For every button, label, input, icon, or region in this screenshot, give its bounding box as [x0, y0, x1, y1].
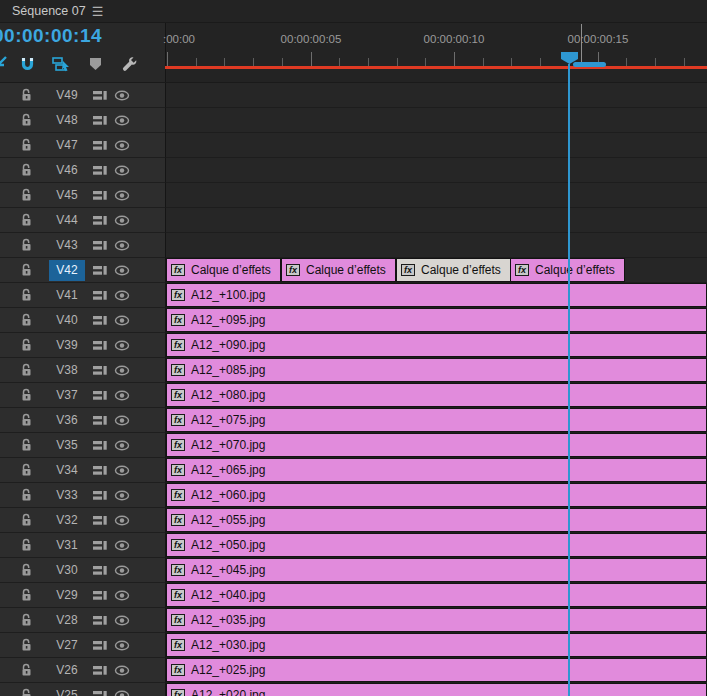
track-lane-v28[interactable]: fxA12_+035.jpg — [166, 608, 707, 633]
lock-open-icon[interactable] — [17, 213, 35, 227]
sync-lock-icon[interactable] — [91, 289, 109, 302]
track-output-eye-icon[interactable] — [113, 315, 131, 326]
fx-badge-icon[interactable]: fx — [171, 639, 185, 651]
add-marker-icon[interactable] — [78, 52, 112, 76]
track-output-eye-icon[interactable] — [113, 265, 131, 276]
clip[interactable]: fxA12_+020.jpg — [166, 683, 707, 696]
lock-open-icon[interactable] — [17, 163, 35, 177]
track-name-v45[interactable]: V45 — [49, 185, 85, 206]
track-output-eye-icon[interactable] — [113, 215, 131, 226]
fx-badge-icon[interactable]: fx — [171, 614, 185, 626]
track-output-eye-icon[interactable] — [113, 415, 131, 426]
time-ruler[interactable]: :00:0000:00:00:0500:00:00:1000:00:00:15 — [167, 23, 707, 82]
track-lane-v48[interactable] — [166, 108, 707, 133]
track-output-eye-icon[interactable] — [113, 115, 131, 126]
track-output-eye-icon[interactable] — [113, 290, 131, 301]
lock-open-icon[interactable] — [17, 688, 35, 696]
linked-selection-icon[interactable] — [44, 52, 78, 76]
track-lane-v49[interactable] — [166, 83, 707, 108]
track-name-v47[interactable]: V47 — [49, 135, 85, 156]
clip[interactable]: fxA12_+085.jpg — [166, 358, 707, 382]
track-output-eye-icon[interactable] — [113, 465, 131, 476]
track-lane-v39[interactable]: fxA12_+090.jpg — [166, 333, 707, 358]
clip[interactable]: fxA12_+070.jpg — [166, 433, 707, 457]
clip[interactable]: fxA12_+055.jpg — [166, 508, 707, 532]
lock-open-icon[interactable] — [17, 563, 35, 577]
track-lane-v46[interactable] — [166, 158, 707, 183]
clip[interactable]: fxA12_+040.jpg — [166, 583, 707, 607]
sync-lock-icon[interactable] — [91, 539, 109, 552]
snap-magnet-icon[interactable] — [10, 52, 44, 76]
track-name-v35[interactable]: V35 — [49, 435, 85, 456]
clip[interactable]: fxA12_+100.jpg — [166, 283, 707, 307]
clip[interactable]: fxA12_+050.jpg — [166, 533, 707, 557]
track-name-v43[interactable]: V43 — [49, 235, 85, 256]
track-name-v33[interactable]: V33 — [49, 485, 85, 506]
lock-open-icon[interactable] — [17, 263, 35, 277]
track-name-v34[interactable]: V34 — [49, 460, 85, 481]
track-lane-v37[interactable]: fxA12_+080.jpg — [166, 383, 707, 408]
track-lane-v30[interactable]: fxA12_+045.jpg — [166, 558, 707, 583]
track-output-eye-icon[interactable] — [113, 190, 131, 201]
fx-badge-icon[interactable]: fx — [171, 389, 185, 401]
lock-open-icon[interactable] — [17, 113, 35, 127]
track-name-v25[interactable]: V25 — [49, 685, 85, 696]
track-lane-v42[interactable]: fxCalque d’effetsfxCalque d’effetsfxCalq… — [166, 258, 707, 283]
playhead-line[interactable] — [568, 64, 570, 696]
fx-badge-icon[interactable]: fx — [171, 314, 185, 326]
track-lane-v41[interactable]: fxA12_+100.jpg — [166, 283, 707, 308]
track-output-eye-icon[interactable] — [113, 140, 131, 151]
fx-badge-icon[interactable]: fx — [171, 264, 185, 276]
sync-lock-icon[interactable] — [91, 189, 109, 202]
track-name-v28[interactable]: V28 — [49, 610, 85, 631]
track-output-eye-icon[interactable] — [113, 340, 131, 351]
track-name-v49[interactable]: V49 — [49, 85, 85, 106]
track-lane-v34[interactable]: fxA12_+065.jpg — [166, 458, 707, 483]
track-name-v30[interactable]: V30 — [49, 560, 85, 581]
lock-open-icon[interactable] — [17, 638, 35, 652]
sync-lock-icon[interactable] — [91, 589, 109, 602]
lock-open-icon[interactable] — [17, 488, 35, 502]
track-lane-v43[interactable] — [166, 233, 707, 258]
sync-lock-icon[interactable] — [91, 264, 109, 277]
fx-badge-icon[interactable]: fx — [401, 264, 415, 276]
track-output-eye-icon[interactable] — [113, 640, 131, 651]
track-output-eye-icon[interactable] — [113, 440, 131, 451]
lock-open-icon[interactable] — [17, 138, 35, 152]
track-lane-v29[interactable]: fxA12_+040.jpg — [166, 583, 707, 608]
track-output-eye-icon[interactable] — [113, 490, 131, 501]
track-output-eye-icon[interactable] — [113, 690, 131, 696]
track-output-eye-icon[interactable] — [113, 240, 131, 251]
sync-lock-icon[interactable] — [91, 389, 109, 402]
fx-badge-icon[interactable]: fx — [171, 564, 185, 576]
track-lane-v31[interactable]: fxA12_+050.jpg — [166, 533, 707, 558]
track-output-eye-icon[interactable] — [113, 615, 131, 626]
sync-lock-icon[interactable] — [91, 364, 109, 377]
lock-open-icon[interactable] — [17, 538, 35, 552]
track-lane-v27[interactable]: fxA12_+030.jpg — [166, 633, 707, 658]
sync-lock-icon[interactable] — [91, 489, 109, 502]
sync-lock-icon[interactable] — [91, 614, 109, 627]
lock-open-icon[interactable] — [17, 413, 35, 427]
track-lane-v33[interactable]: fxA12_+060.jpg — [166, 483, 707, 508]
fx-badge-icon[interactable]: fx — [171, 414, 185, 426]
track-name-v40[interactable]: V40 — [49, 310, 85, 331]
track-output-eye-icon[interactable] — [113, 365, 131, 376]
fx-badge-icon[interactable]: fx — [171, 289, 185, 301]
lock-open-icon[interactable] — [17, 613, 35, 627]
clip[interactable]: fxA12_+090.jpg — [166, 333, 707, 357]
clip[interactable]: fxCalque d’effets — [396, 258, 511, 282]
sync-lock-icon[interactable] — [91, 214, 109, 227]
track-lane-v44[interactable] — [166, 208, 707, 233]
fx-badge-icon[interactable]: fx — [171, 464, 185, 476]
lock-open-icon[interactable] — [17, 338, 35, 352]
lock-open-icon[interactable] — [17, 463, 35, 477]
track-name-v41[interactable]: V41 — [49, 285, 85, 306]
lock-open-icon[interactable] — [17, 588, 35, 602]
track-name-v27[interactable]: V27 — [49, 635, 85, 656]
track-lane-v40[interactable]: fxA12_+095.jpg — [166, 308, 707, 333]
track-lane-v25[interactable]: fxA12_+020.jpg — [166, 683, 707, 696]
tab-sequence-07[interactable]: Séquence 07 ☰ — [0, 0, 112, 22]
lock-open-icon[interactable] — [17, 188, 35, 202]
lock-open-icon[interactable] — [17, 313, 35, 327]
